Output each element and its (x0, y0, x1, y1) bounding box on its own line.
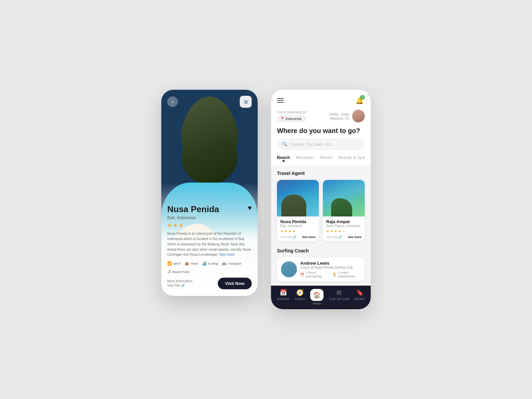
dest-card-raja-ampat[interactable]: Raja Ampat West Papua, Indonesia ★ ★ ★ ★… (323, 180, 365, 241)
home-label: Home (313, 302, 321, 305)
card-star-3: ★ (288, 229, 292, 233)
transport-icon: 🚌 (222, 261, 226, 266)
raja-ampat-body: Raja Ampat West Papua, Indonesia ★ ★ ★ ★… (323, 216, 365, 241)
amenity-wifi-label: Wi-Fi (173, 262, 181, 265)
andrew-exp-text: 5 years experiences (338, 271, 361, 278)
beach-icon: 🏖 (167, 270, 171, 274)
explore-icon: 🧭 (296, 289, 304, 296)
user-text: Hello, Joan Alabama, US (330, 112, 349, 120)
right-scroll-content: Travel Agent Nusa Penida Bali, Indonesia… (271, 166, 371, 286)
nusa-penida-image (277, 180, 319, 216)
wifi-icon: 📶 (167, 261, 172, 266)
phone-right: 🔔 2 You're searching for 📍 Indonesia Hel… (271, 90, 371, 309)
amenities-row: 📶 Wi-Fi 🏨 Hotel 🏄 Surfing 🚌 Transport 🏖 (167, 261, 252, 274)
user-location-text: Alabama, US (330, 117, 349, 120)
raja-ampat-image (323, 180, 365, 216)
visit-site-link[interactable]: Visit Site 🔗 (167, 284, 193, 287)
raja-see-more[interactable]: See more (348, 235, 361, 239)
tab-resort[interactable]: Resort (320, 155, 332, 162)
search-bar[interactable]: 🔍 Country, city, place, etc... (277, 139, 365, 150)
nusa-see-more[interactable]: See more (302, 235, 316, 239)
user-avatar[interactable] (352, 110, 365, 122)
tab-beauty-spa[interactable]: Beauty & Spa (338, 155, 365, 162)
hamburger-line-2 (277, 100, 284, 101)
amenity-wifi: 📶 Wi-Fi (167, 261, 181, 266)
tab-beach[interactable]: Beach (277, 155, 290, 162)
visit-now-button[interactable]: Visit Now (218, 278, 252, 289)
favorite-icon[interactable]: ♥ (248, 204, 252, 212)
trophy-icon: 🏆 (332, 273, 336, 276)
nusa-penida-name: Nusa Penida (280, 219, 316, 224)
location-icon: ⊕ (244, 99, 248, 105)
location-button[interactable]: ⊕ (240, 96, 252, 108)
nav-home[interactable]: 🏠 Home (310, 289, 324, 305)
explore-label: Explore (295, 297, 305, 301)
raja-ampat-location: West Papua, Indonesia (326, 224, 361, 228)
notification-button[interactable]: 🔔 2 (354, 95, 365, 106)
amenity-hotel: 🏨 Hotel (185, 261, 198, 266)
andrew-experience: 🏆 5 years experiences (332, 271, 361, 278)
booked-label: Booked (354, 297, 365, 301)
search-for-section: You're searching for 📍 Indonesia (277, 110, 306, 122)
place-name: Nusa Penida (167, 204, 219, 214)
raja-visit-link[interactable]: Visit Site 🔗 (326, 235, 342, 239)
search-input[interactable]: Country, city, place, etc... (290, 142, 334, 147)
surfing-icon: 🏄 (202, 261, 206, 266)
hamburger-menu[interactable] (277, 98, 284, 103)
raja-ampat-footer: Visit Site 🔗 See more (326, 235, 361, 239)
nusa-penida-location: Bali, Indonesia (280, 224, 316, 228)
surfing-coach-title: Surfing Coach (277, 248, 365, 253)
location-pill[interactable]: 📍 Indonesia (277, 115, 306, 122)
tabs-row: Beach Mountain Resort Beauty & Spa Hotel (277, 155, 365, 166)
user-greeting-row: You're searching for 📍 Indonesia Hello, … (277, 110, 365, 122)
star-1: ★ (167, 222, 172, 228)
nusa-penida-footer: Visit Site 🔗 See more (280, 235, 316, 239)
bottom-nav: 📅 Schedule 🧭 Explore 🏠 Home ⊞ Scan QR Co… (271, 286, 371, 309)
amenity-surfing: 🏄 Surfing (202, 261, 218, 266)
amenity-transport-label: Transport (228, 262, 241, 265)
nav-scan-qr[interactable]: ⊞ Scan QR Code (329, 289, 349, 305)
card-star-2: ★ (284, 229, 288, 233)
nav-schedule[interactable]: 📅 Schedule (277, 289, 290, 305)
avatar-image (352, 110, 365, 122)
main-title: Where do you want to go? (277, 127, 365, 135)
andrew-name: Andrew Lewis (300, 261, 361, 266)
raja-ampat-name: Raja Ampat (326, 219, 361, 224)
hotel-icon: 🏨 (185, 261, 189, 266)
amenity-transport: 🚌 Transport (222, 261, 241, 266)
home-icon-container: 🏠 (310, 289, 324, 301)
qr-label: Scan QR Code (329, 297, 349, 301)
nav-explore[interactable]: 🧭 Explore (295, 289, 305, 305)
raja-star-4: ★ (338, 229, 341, 233)
clock-icon: ⏰ (300, 273, 304, 276)
location-text: Indonesia (286, 117, 302, 121)
andrew-training-text: 3 hours training/day (306, 271, 328, 278)
dest-card-nusa-penida[interactable]: Nusa Penida Bali, Indonesia ★ ★ ★ ★ Visi… (277, 180, 319, 241)
booked-icon: 🔖 (356, 289, 363, 296)
nav-booked[interactable]: 🔖 Booked (354, 289, 365, 305)
travel-agent-title: Travel Agent (277, 171, 365, 176)
search-icon: 🔍 (282, 142, 287, 147)
qr-icon: ⊞ (336, 289, 341, 296)
hamburger-line-1 (277, 98, 284, 99)
more-info-link[interactable]: More Information (167, 279, 193, 283)
coach-card-andrew[interactable]: Andrew Lewis Coach at Nusa Penida Surfin… (277, 257, 365, 281)
andrew-avatar (281, 261, 297, 277)
title-row: Nusa Penida ♥ (167, 204, 252, 214)
back-button[interactable]: ‹ (167, 96, 178, 107)
footer-links: More Information Visit Site 🔗 (167, 279, 193, 288)
schedule-icon: 📅 (280, 289, 287, 296)
pin-icon: 📍 (280, 117, 284, 120)
andrew-training: ⏰ 3 hours training/day (300, 271, 328, 278)
tab-mountain[interactable]: Mountain (296, 155, 314, 162)
raja-ampat-stars: ★ ★ ★ ★ ★ (326, 229, 361, 233)
nusa-penida-stars: ★ ★ ★ ★ (280, 229, 316, 233)
schedule-label: Schedule (277, 297, 290, 301)
home-icon: 🏠 (313, 291, 321, 299)
destination-cards-row: Nusa Penida Bali, Indonesia ★ ★ ★ ★ Visi… (277, 180, 365, 241)
card-star-4: ★ (292, 229, 296, 233)
notification-badge: 2 (360, 95, 365, 100)
hamburger-line-3 (277, 102, 284, 103)
nusa-visit-link[interactable]: Visit Site 🔗 (280, 235, 296, 239)
see-more-link[interactable]: See more (219, 252, 235, 256)
